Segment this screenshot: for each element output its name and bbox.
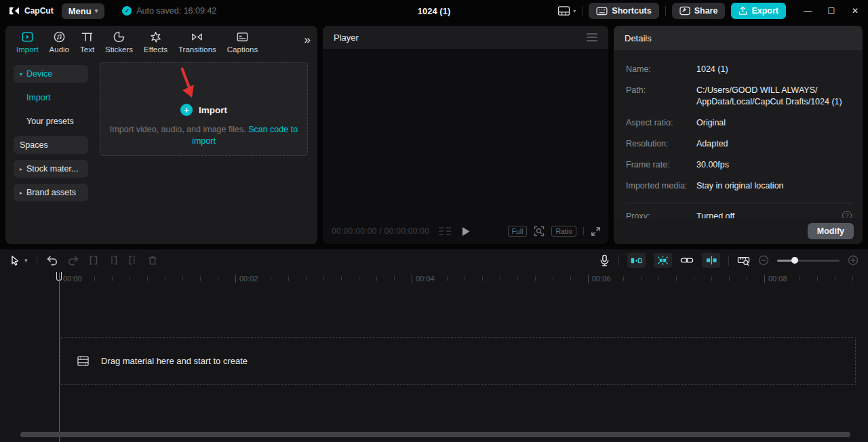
- timeline-toolbar: ▾: [0, 249, 868, 271]
- select-tool-button[interactable]: ▾: [9, 255, 28, 266]
- detail-row-proxy: Proxy: Turned off ?: [626, 211, 852, 218]
- undo-icon: [46, 255, 58, 266]
- track-dropzone[interactable]: Drag material here and start to create: [60, 337, 856, 385]
- divider: [37, 256, 37, 266]
- play-button[interactable]: [461, 226, 470, 237]
- preview-axis-toggle[interactable]: [702, 253, 720, 268]
- split-button[interactable]: [88, 255, 99, 266]
- capcut-logo: CapCut: [8, 6, 54, 16]
- main-track-magnet-toggle[interactable]: [654, 253, 672, 268]
- timeline-section: ▾: [0, 249, 868, 442]
- titlebar: CapCut Menu ▾ ✓ Auto saved: 16:09:42 102…: [0, 0, 868, 22]
- more-tabs-chevron-icon[interactable]: »: [304, 34, 311, 45]
- ruler-label: 00:00: [59, 275, 82, 283]
- export-icon: [738, 6, 747, 16]
- divider: [618, 256, 619, 266]
- delete-left-button[interactable]: [108, 255, 119, 266]
- timecode: 00:00:00:00 / 00:00:00:00: [332, 226, 429, 236]
- zoom-out-icon: [758, 255, 769, 266]
- tab-transitions[interactable]: Transitions: [173, 29, 222, 55]
- detail-row-imported-media: Imported media: Stay in original locatio…: [626, 180, 852, 192]
- detail-row-name: Name: 1024 (1): [626, 64, 852, 75]
- sidebar-item-spaces[interactable]: Spaces: [14, 136, 88, 154]
- share-button[interactable]: Share: [672, 3, 726, 19]
- preview-axis-icon: [705, 255, 717, 266]
- import-dropzone-card[interactable]: + Import Import video, audio, and image …: [100, 62, 308, 156]
- zoom-in-button[interactable]: [848, 255, 859, 266]
- slider-handle[interactable]: [791, 257, 798, 264]
- layout-icon: [557, 5, 570, 16]
- chevron-down-icon: ▾: [573, 8, 576, 14]
- modify-button[interactable]: Modify: [808, 223, 854, 239]
- sidebar-item-stock-materials[interactable]: ▸ Stock mater...: [14, 160, 88, 178]
- sidebar-item-import[interactable]: Import: [14, 89, 88, 106]
- maximize-button[interactable]: ☐: [823, 2, 840, 20]
- timeline-scrollbar[interactable]: [20, 432, 850, 437]
- frame-view-icon: [437, 226, 452, 236]
- help-icon[interactable]: ?: [842, 211, 852, 218]
- track-height-adjust-button[interactable]: [737, 255, 750, 266]
- undo-button[interactable]: [46, 255, 58, 266]
- share-icon: [679, 6, 690, 16]
- sidebar-item-brand-assets[interactable]: ▸ Brand assets: [14, 184, 88, 201]
- redo-button[interactable]: [67, 255, 79, 266]
- import-description: Import video, audio, and image files. Sc…: [102, 124, 306, 147]
- divider: [582, 6, 583, 16]
- divider: [728, 256, 729, 266]
- tab-audio[interactable]: Audio: [44, 29, 75, 55]
- red-pointer-arrow: [176, 66, 197, 100]
- tab-stickers[interactable]: Stickers: [100, 29, 138, 55]
- full-quality-button[interactable]: Full: [508, 226, 528, 237]
- app-name: CapCut: [24, 6, 54, 16]
- captions-tab-icon: [236, 31, 249, 43]
- layout-switcher-button[interactable]: ▾: [557, 5, 576, 16]
- player-panel: Player 00:00:00:00 / 00:00:00:00 Full Ra…: [323, 26, 608, 244]
- link-icon: [680, 256, 694, 265]
- zoom-focus-icon[interactable]: [534, 226, 545, 237]
- delete-left-icon: [108, 255, 119, 266]
- audio-tab-icon: [53, 31, 66, 43]
- check-icon: ✓: [122, 6, 132, 16]
- divider: [583, 227, 584, 235]
- ruler-label: 00:08: [764, 275, 787, 283]
- stickers-tab-icon: [113, 31, 125, 43]
- timeline-ruler[interactable]: 00:00 00:02 00:04 00:06 00:08: [0, 271, 868, 286]
- sidebar-item-your-presets[interactable]: Your presets: [14, 113, 88, 130]
- zoom-out-button[interactable]: [758, 255, 769, 266]
- media-sidebar: ▾ Device Import Your presets Spaces ▸ St…: [5, 57, 92, 244]
- ruler-ticks: [59, 277, 868, 281]
- media-tabbar: Import Audio Text Stickers: [5, 26, 317, 54]
- timeline-zoom-slider[interactable]: [777, 260, 840, 262]
- player-menu-icon[interactable]: [587, 33, 597, 41]
- caret-right-icon: ▸: [20, 166, 22, 172]
- tab-import[interactable]: Import: [11, 29, 44, 55]
- fullscreen-icon[interactable]: [591, 226, 601, 237]
- menu-button[interactable]: Menu ▾: [62, 3, 104, 19]
- import-tab-icon: [21, 31, 34, 43]
- record-voiceover-button[interactable]: [599, 254, 610, 267]
- tab-text[interactable]: Text: [75, 29, 100, 55]
- linking-toggle[interactable]: [680, 256, 694, 265]
- keyboard-icon: [596, 7, 608, 16]
- export-button[interactable]: Export: [731, 3, 786, 19]
- magnetic-snap-icon: [630, 256, 643, 266]
- details-footer: Modify: [614, 218, 863, 244]
- shortcuts-button[interactable]: Shortcuts: [589, 3, 658, 19]
- text-tab-icon: [81, 31, 94, 43]
- delete-right-button[interactable]: [127, 255, 138, 266]
- tab-captions[interactable]: Captions: [222, 29, 263, 55]
- sidebar-item-device[interactable]: ▾ Device: [14, 65, 88, 83]
- magnetic-snap-toggle[interactable]: [627, 253, 646, 268]
- detail-row-path: Path: C:/Users/GOOD WILL ALWAYS/ AppData…: [626, 85, 852, 108]
- tab-effects[interactable]: Effects: [138, 29, 173, 55]
- close-button[interactable]: ✕: [846, 2, 864, 20]
- detail-row-frame-rate: Frame rate: 30.00fps: [626, 159, 852, 171]
- import-button-label[interactable]: Import: [199, 105, 227, 115]
- delete-button[interactable]: [147, 255, 158, 266]
- player-title: Player: [334, 33, 359, 43]
- dropzone-text: Drag material here and start to create: [101, 356, 248, 366]
- minimize-button[interactable]: —: [799, 2, 816, 20]
- import-content-area: + Import Import video, audio, and image …: [92, 57, 317, 244]
- ratio-button[interactable]: Ratio: [551, 226, 576, 237]
- split-icon: [88, 255, 99, 266]
